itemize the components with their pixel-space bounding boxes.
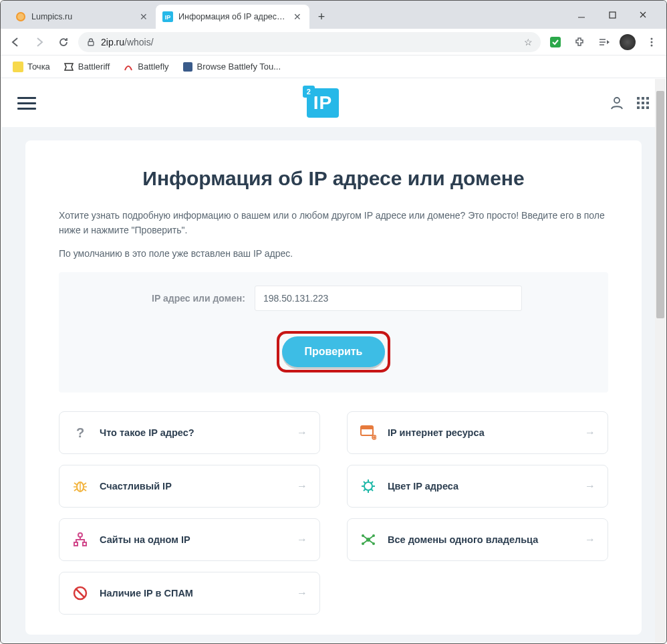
- svg-point-7: [651, 37, 653, 39]
- url-host: 2ip.ru: [101, 37, 124, 47]
- arrow-right-icon: →: [585, 534, 595, 546]
- arrow-right-icon: →: [585, 427, 595, 439]
- svg-rect-16: [637, 102, 640, 104]
- bookmark-label: Battleriff: [78, 62, 110, 72]
- close-icon[interactable]: ✕: [292, 11, 303, 22]
- close-button[interactable]: [633, 5, 653, 25]
- main-card: Информация об IP адресе или домене Хотит…: [25, 140, 642, 635]
- lock-icon: [86, 37, 96, 47]
- titlebar: Lumpics.ru ✕ IP Информация об IP адресе …: [1, 1, 666, 29]
- bookmark-battlefly[interactable]: Battlefly: [118, 59, 174, 75]
- address-bar[interactable]: 2ip.ru/whois/ ☆: [78, 32, 541, 52]
- bookmark-label: Battlefly: [138, 62, 168, 72]
- svg-rect-15: [646, 97, 649, 100]
- new-tab-button[interactable]: +: [312, 7, 331, 26]
- svg-rect-20: [642, 106, 644, 109]
- back-button[interactable]: [6, 33, 25, 51]
- svg-rect-11: [183, 62, 192, 72]
- toolbar: 2ip.ru/whois/ ☆: [1, 29, 666, 56]
- ip-input[interactable]: [255, 286, 522, 311]
- logo-sup: 2: [303, 86, 315, 98]
- bookmark-label: Точка: [27, 62, 50, 72]
- ban-icon: [72, 584, 89, 602]
- svg-rect-29: [74, 542, 78, 546]
- header-right: [610, 96, 650, 110]
- form-row: IP адрес или домен:: [79, 286, 588, 311]
- browser-window: Lumpics.ru ✕ IP Информация об IP адресе …: [0, 0, 667, 644]
- link-card[interactable]: Счастливый IP→: [59, 465, 320, 508]
- user-icon[interactable]: [610, 96, 624, 110]
- tab-2ip[interactable]: IP Информация об IP адресе или ✕: [156, 5, 309, 29]
- submit-highlight: Проверить: [277, 331, 391, 372]
- link-card[interactable]: ?Что такое IP адрес?→: [59, 411, 320, 454]
- bookmark-battlefy[interactable]: Browse Battlefy Tou...: [177, 59, 287, 75]
- bookmark-tochka[interactable]: Точка: [7, 59, 55, 75]
- svg-rect-19: [637, 106, 640, 109]
- scrollbar[interactable]: [655, 79, 666, 643]
- reload-button[interactable]: [54, 33, 73, 51]
- svg-rect-6: [550, 37, 561, 47]
- link-label: Наличие IP в СПАМ: [100, 587, 286, 599]
- profile-avatar[interactable]: [618, 33, 637, 51]
- page-title: Информация об IP адресе или домене: [59, 167, 608, 190]
- svg-point-9: [651, 44, 653, 46]
- menu-button[interactable]: [642, 33, 661, 51]
- net-icon: [360, 531, 377, 548]
- favicon-2ip: IP: [162, 11, 173, 22]
- maximize-button[interactable]: [602, 5, 622, 25]
- svg-point-12: [614, 98, 620, 103]
- bookmarks-bar: Точка Battleriff Battlefly Browse Battle…: [1, 56, 666, 78]
- svg-rect-30: [83, 542, 86, 546]
- bookmark-battleriff[interactable]: Battleriff: [58, 59, 115, 75]
- svg-rect-13: [637, 97, 640, 100]
- svg-rect-21: [646, 106, 649, 109]
- extensions-button[interactable]: [570, 33, 589, 51]
- svg-point-8: [651, 41, 653, 43]
- window-controls: [571, 1, 661, 29]
- scroll-thumb[interactable]: [656, 91, 664, 318]
- link-card[interactable]: Цвет IP адреса→: [347, 465, 608, 508]
- hamburger-menu[interactable]: [17, 97, 36, 110]
- question-icon: ?: [72, 424, 89, 441]
- bookmark-icon: [63, 62, 74, 72]
- tab-strip: Lumpics.ru ✕ IP Информация об IP адресе …: [9, 5, 571, 29]
- description-2: По умолчанию в это поле уже вставлен ваш…: [59, 247, 608, 261]
- forward-button[interactable]: [30, 33, 49, 51]
- link-label: Что такое IP адрес?: [100, 427, 286, 439]
- site-logo[interactable]: 2 IP: [307, 88, 339, 118]
- star-icon[interactable]: ☆: [524, 37, 533, 47]
- minimize-button[interactable]: [571, 5, 591, 25]
- link-card[interactable]: Все домены одного владельца→: [347, 518, 608, 561]
- extension-adguard[interactable]: [546, 33, 565, 51]
- bookmark-icon: [182, 62, 193, 72]
- link-label: IP интернет ресурса: [388, 427, 574, 439]
- svg-rect-14: [642, 97, 644, 100]
- bookmark-icon: [13, 62, 23, 72]
- check-button[interactable]: Проверить: [282, 336, 386, 367]
- svg-rect-4: [610, 12, 616, 18]
- related-links: ?Что такое IP адрес?→IP интернет ресурса…: [59, 411, 608, 615]
- svg-rect-10: [13, 62, 23, 72]
- close-icon[interactable]: ✕: [138, 11, 149, 22]
- bookmark-icon: [123, 62, 134, 72]
- link-label: Все домены одного владельца: [388, 534, 574, 546]
- tab-title: Информация об IP адресе или: [178, 12, 287, 21]
- input-label: IP адрес или домен:: [145, 292, 245, 305]
- arrow-right-icon: →: [297, 427, 307, 439]
- arrow-right-icon: →: [297, 587, 307, 599]
- bug-icon: [72, 477, 89, 495]
- link-card[interactable]: Сайты на одном IP→: [59, 518, 320, 561]
- link-card[interactable]: Наличие IP в СПАМ→: [59, 572, 320, 615]
- svg-rect-17: [642, 102, 644, 104]
- description-1: Хотите узнать подробную информацию о ваш…: [59, 209, 608, 237]
- tab-lumpics[interactable]: Lumpics.ru ✕: [9, 5, 156, 29]
- svg-rect-18: [646, 102, 649, 104]
- site-header: 2 IP: [1, 79, 666, 127]
- window-icon: [360, 424, 377, 441]
- tree-icon: [72, 531, 89, 548]
- arrow-right-icon: →: [297, 534, 307, 546]
- link-card[interactable]: IP интернет ресурса→: [347, 411, 608, 454]
- media-button[interactable]: [594, 33, 613, 51]
- arrow-right-icon: →: [297, 480, 307, 492]
- apps-grid-icon[interactable]: [636, 96, 650, 110]
